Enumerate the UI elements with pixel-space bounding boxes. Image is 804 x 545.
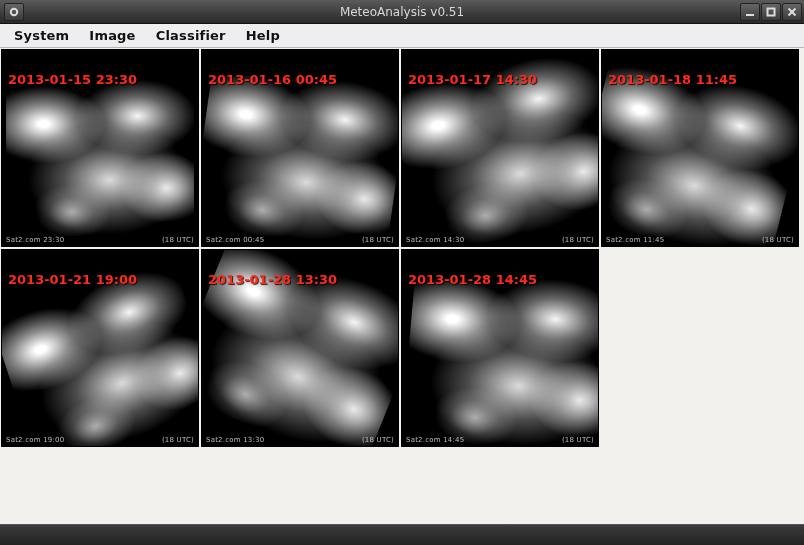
thumbnail-footer-left: Sat2.com 23:30 — [6, 236, 64, 244]
thumbnail-footer: Sat2.com 19:00 (18 UTC) — [6, 436, 194, 444]
thumbnail-timestamp: 2013-01-17 14:30 — [408, 72, 537, 87]
satellite-image-icon — [406, 276, 594, 436]
satellite-image-icon — [206, 76, 394, 236]
image-thumbnail[interactable]: 2013-01-28 14:45 Sat2.com 14:45 (18 UTC) — [401, 249, 599, 447]
thumbnail-footer: Sat2.com 23:30 (18 UTC) — [6, 236, 194, 244]
thumbnail-footer: Sat2.com 11:45 (18 UTC) — [606, 236, 794, 244]
thumbnail-timestamp: 2013-01-21 19:00 — [8, 272, 137, 287]
svg-point-0 — [11, 8, 17, 14]
thumbnail-footer-right: (18 UTC) — [362, 436, 394, 444]
satellite-image-icon — [606, 76, 794, 236]
svg-rect-2 — [768, 8, 775, 15]
window-menu-button[interactable] — [4, 3, 24, 21]
satellite-image-icon — [6, 76, 194, 236]
image-thumbnail[interactable]: 2013-01-16 00:45 Sat2.com 00:45 (18 UTC) — [201, 49, 399, 247]
thumbnail-footer-right: (18 UTC) — [162, 436, 194, 444]
thumbnail-timestamp: 2013-01-28 13:30 — [208, 272, 337, 287]
thumbnail-footer-left: Sat2.com 00:45 — [206, 236, 264, 244]
thumbnail-footer: Sat2.com 13:30 (18 UTC) — [206, 436, 394, 444]
thumbnail-footer-right: (18 UTC) — [562, 436, 594, 444]
thumbnail-footer-right: (18 UTC) — [762, 236, 794, 244]
thumbnail-timestamp: 2013-01-15 23:30 — [8, 72, 137, 87]
thumbnail-footer: Sat2.com 14:30 (18 UTC) — [406, 236, 594, 244]
thumbnail-footer-left: Sat2.com 19:00 — [6, 436, 64, 444]
close-icon — [787, 7, 797, 17]
satellite-image-icon — [6, 276, 194, 436]
image-thumbnail[interactable]: 2013-01-15 23:30 Sat2.com 23:30 (18 UTC) — [1, 49, 199, 247]
thumbnail-timestamp: 2013-01-18 11:45 — [608, 72, 737, 87]
menu-classifier[interactable]: Classifier — [146, 25, 236, 46]
thumbnail-footer: Sat2.com 00:45 (18 UTC) — [206, 236, 394, 244]
image-thumbnail[interactable]: 2013-01-21 19:00 Sat2.com 19:00 (18 UTC) — [1, 249, 199, 447]
window-close-button[interactable] — [782, 3, 802, 21]
window-title: MeteoAnalysis v0.51 — [0, 5, 804, 19]
thumbnail-footer-left: Sat2.com 11:45 — [606, 236, 664, 244]
menu-help[interactable]: Help — [236, 25, 290, 46]
thumbnail-footer-right: (18 UTC) — [562, 236, 594, 244]
satellite-image-icon — [406, 76, 594, 236]
workspace: 2013-01-15 23:30 Sat2.com 23:30 (18 UTC)… — [0, 48, 804, 524]
satellite-image-icon — [206, 276, 394, 436]
menu-image[interactable]: Image — [79, 25, 145, 46]
window-maximize-button[interactable] — [761, 3, 781, 21]
thumbnail-footer: Sat2.com 14:45 (18 UTC) — [406, 436, 594, 444]
thumbnail-footer-right: (18 UTC) — [162, 236, 194, 244]
thumbnail-grid: 2013-01-15 23:30 Sat2.com 23:30 (18 UTC)… — [0, 48, 804, 448]
image-thumbnail[interactable]: 2013-01-18 11:45 Sat2.com 11:45 (18 UTC) — [601, 49, 799, 247]
thumbnail-footer-left: Sat2.com 14:45 — [406, 436, 464, 444]
minimize-icon — [745, 7, 755, 17]
status-bar — [0, 524, 804, 545]
menu-bar: System Image Classifier Help — [0, 24, 804, 48]
window-titlebar: MeteoAnalysis v0.51 — [0, 0, 804, 24]
thumbnail-footer-left: Sat2.com 13:30 — [206, 436, 264, 444]
maximize-icon — [766, 7, 776, 17]
image-thumbnail[interactable]: 2013-01-17 14:30 Sat2.com 14:30 (18 UTC) — [401, 49, 599, 247]
window-minimize-button[interactable] — [740, 3, 760, 21]
image-thumbnail[interactable]: 2013-01-28 13:30 Sat2.com 13:30 (18 UTC) — [201, 249, 399, 447]
menu-system[interactable]: System — [4, 25, 79, 46]
thumbnail-footer-left: Sat2.com 14:30 — [406, 236, 464, 244]
thumbnail-footer-right: (18 UTC) — [362, 236, 394, 244]
app-menu-icon — [9, 7, 19, 17]
thumbnail-timestamp: 2013-01-16 00:45 — [208, 72, 337, 87]
thumbnail-timestamp: 2013-01-28 14:45 — [408, 272, 537, 287]
